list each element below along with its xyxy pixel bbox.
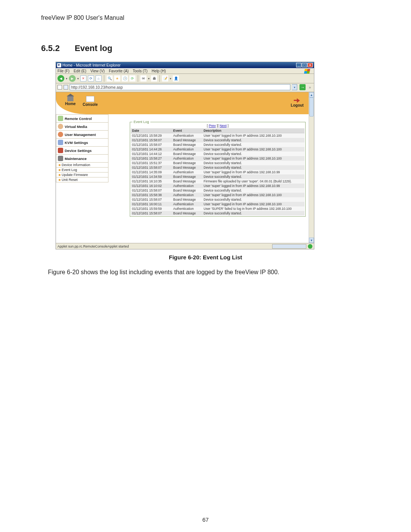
nav-console[interactable]: Console bbox=[83, 96, 98, 107]
scroll-up-arrow[interactable]: ▲ bbox=[309, 92, 314, 97]
cell-date: 01/12/1931 15:58:07 bbox=[131, 138, 172, 142]
forward-button[interactable]: ► bbox=[69, 75, 76, 82]
sidebar-label: Device Settings bbox=[65, 149, 92, 153]
media-button[interactable]: ⟳ bbox=[129, 75, 135, 81]
cell-event: Board Message bbox=[172, 197, 202, 202]
cell-date: 01/12/1931 15:58:07 bbox=[131, 188, 172, 193]
sidebar-label: User Management bbox=[65, 133, 96, 137]
sidebar-sub-device-information[interactable]: Device Information bbox=[56, 163, 108, 168]
sidebar-label: KVM Settings bbox=[65, 141, 88, 145]
cell-event: Board Message bbox=[172, 138, 202, 142]
window-close-button[interactable]: × bbox=[307, 63, 313, 67]
toolbar: ◄ ▾ ► ▾ ✕ ⟳ ⌂ 🔍 ★ 🕒 ⟳ ✉ ▾ 🖶 📝 ▾ 👤 bbox=[56, 74, 314, 83]
nav-console-label: Console bbox=[83, 102, 97, 107]
sidebar-item-kvm-settings[interactable]: KVM Settings bbox=[56, 139, 108, 147]
sidebar-sub-label: Device Information bbox=[62, 163, 90, 167]
cell-description: User 'super' logged in from IP address 1… bbox=[202, 202, 304, 206]
event-log-table: Date Event Description 01/12/1931 15:58:… bbox=[131, 128, 304, 216]
page-number: 67 bbox=[0, 516, 411, 523]
bullet-icon bbox=[59, 169, 61, 171]
print-button[interactable]: 🖶 bbox=[151, 75, 157, 81]
menu-tools[interactable]: Tools (T) bbox=[133, 69, 148, 73]
sidebar-sub-event-log[interactable]: Event Log bbox=[56, 168, 108, 173]
messenger-button[interactable]: 👤 bbox=[173, 75, 179, 81]
cell-date: 01/12/1931 16:10:35 bbox=[131, 179, 172, 184]
menu-edit[interactable]: Edit (E) bbox=[73, 69, 86, 73]
kvm-settings-icon bbox=[58, 140, 63, 145]
cell-description: User 'super' logged in from IP address 1… bbox=[202, 193, 304, 197]
cell-date: 01/12/1931 14:34:59 bbox=[131, 174, 172, 179]
cell-date: 01/12/1931 16:10:02 bbox=[131, 184, 172, 188]
toolbar-overflow[interactable]: » bbox=[307, 85, 312, 89]
table-row: 01/12/1931 15:58:07Board MessageDevice s… bbox=[131, 211, 304, 216]
console-icon bbox=[86, 96, 94, 102]
next-link[interactable]: Next bbox=[220, 124, 227, 128]
address-input[interactable]: http://192.168.10.23/home.asp bbox=[70, 84, 290, 90]
go-button[interactable]: → bbox=[299, 84, 306, 90]
window-maximize-button[interactable]: □ bbox=[302, 63, 307, 67]
favorites-button[interactable]: ★ bbox=[114, 75, 120, 81]
cell-description: Device succesfully started. bbox=[202, 211, 304, 216]
sidebar-label: Virtual Media bbox=[65, 125, 87, 129]
edit-dropdown[interactable]: ▾ bbox=[170, 77, 171, 80]
refresh-button[interactable]: ⟳ bbox=[88, 75, 94, 81]
mail-button[interactable]: ✉ bbox=[140, 75, 147, 81]
menu-favorite[interactable]: Favorite (A) bbox=[109, 69, 129, 73]
doc-header: freeView IP 800 User's Manual bbox=[41, 14, 370, 21]
col-date: Date bbox=[131, 128, 172, 133]
nav-home-label: Home bbox=[65, 102, 76, 106]
sidebar-sub-update-firmware[interactable]: Update Firmware bbox=[56, 173, 108, 177]
cell-event: Board Message bbox=[172, 174, 202, 179]
app-header-band: Home Console Logout bbox=[56, 92, 309, 114]
menu-view[interactable]: View (V) bbox=[91, 69, 105, 73]
history-button[interactable]: 🕒 bbox=[122, 75, 128, 81]
sidebar-item-virtual-media[interactable]: Virtual Media bbox=[56, 123, 108, 131]
nav-logout[interactable]: Logout bbox=[289, 97, 306, 107]
cell-description: Firmware file uploaded by user 'super'. … bbox=[202, 179, 304, 184]
sidebar-label: Maintenance bbox=[65, 157, 87, 161]
sidebar-sub-unit-reset[interactable]: Unit Reset bbox=[56, 177, 108, 182]
nav-home[interactable]: Home bbox=[63, 96, 78, 106]
maintenance-icon bbox=[58, 156, 63, 161]
col-event: Event bbox=[172, 128, 202, 133]
sidebar-item-maintenance[interactable]: Maintenance bbox=[56, 155, 108, 163]
cell-event: Board Message bbox=[172, 161, 202, 165]
remote-control-icon bbox=[58, 116, 63, 121]
body-paragraph: Figure 6-20 shows the log list including… bbox=[48, 269, 370, 276]
cell-date: 01/12/1931 15:58:07 bbox=[131, 165, 172, 170]
table-row: 01/12/1931 15:59:59AuthenticationUser 'S… bbox=[131, 206, 304, 211]
forward-dropdown[interactable]: ▾ bbox=[77, 77, 79, 80]
sidebar-item-user-management[interactable]: User Management bbox=[56, 131, 108, 139]
cell-event: Authentication bbox=[172, 156, 202, 161]
scroll-thumb[interactable] bbox=[309, 97, 314, 117]
home-button[interactable]: ⌂ bbox=[96, 75, 102, 81]
scroll-track[interactable] bbox=[309, 97, 314, 238]
figure-caption: Figure 6-20: Event Log List bbox=[41, 254, 370, 260]
sidebar-item-remote-control[interactable]: Remote Control bbox=[56, 114, 108, 123]
section-title-text: Event log bbox=[75, 43, 112, 53]
cell-date: 01/12/1931 15:58:27 bbox=[131, 156, 172, 161]
edit-button[interactable]: 📝 bbox=[162, 75, 168, 81]
mail-dropdown[interactable]: ▾ bbox=[148, 77, 150, 80]
back-dropdown[interactable]: ▾ bbox=[66, 77, 67, 80]
menu-file[interactable]: File (F) bbox=[57, 69, 70, 73]
scroll-down-arrow[interactable]: ▼ bbox=[309, 238, 314, 243]
back-button[interactable]: ◄ bbox=[57, 75, 64, 82]
sidebar-sub-label: Unit Reset bbox=[62, 178, 78, 182]
bullet-icon bbox=[59, 174, 61, 176]
page-icon bbox=[64, 85, 68, 89]
sidebar-item-device-settings[interactable]: Device Settings bbox=[56, 147, 108, 155]
cell-event: Board Message bbox=[172, 165, 202, 170]
cell-event: Authentication bbox=[172, 133, 202, 138]
search-button[interactable]: 🔍 bbox=[107, 75, 113, 81]
prev-link[interactable]: Prev bbox=[209, 124, 216, 128]
menu-help[interactable]: Help (H) bbox=[152, 69, 166, 73]
vertical-scrollbar[interactable]: ▲ ▼ bbox=[309, 92, 314, 243]
home-icon bbox=[67, 96, 73, 101]
stop-button[interactable]: ✕ bbox=[80, 75, 86, 81]
window-minimize-button[interactable]: _ bbox=[296, 63, 301, 67]
window-titlebar: Home - Microsoft Internet Explorer _ □ × bbox=[56, 62, 314, 68]
cell-event: Authentication bbox=[172, 184, 202, 188]
address-dropdown[interactable]: ▾ bbox=[292, 84, 297, 90]
content-area: Event Log [ Prev ][ Next ] Date Event De… bbox=[108, 114, 309, 217]
